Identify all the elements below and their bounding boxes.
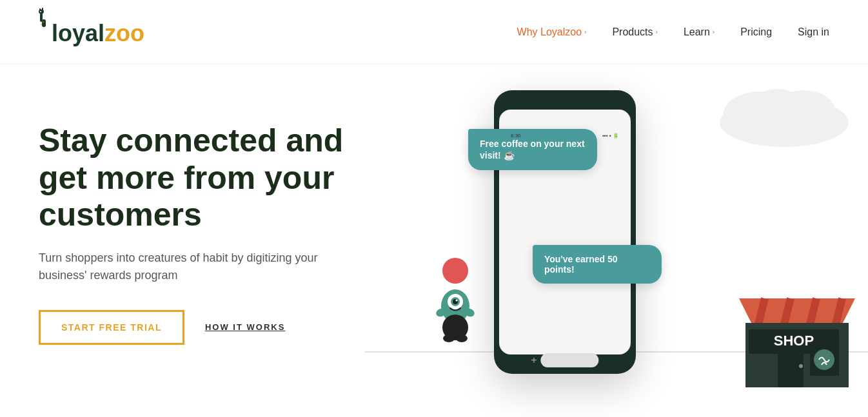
bubble2-text: You've earned 50 points!	[544, 254, 618, 275]
hero-subtitle: Turn shoppers into creatures of habit by…	[39, 249, 348, 284]
hero-section: Stay connected and get more from your cu…	[0, 64, 868, 417]
hero-left-content: Stay connected and get more from your cu…	[39, 103, 400, 345]
phone-mockup: 8:30 ▪▪▪ ▪ 🔋 +	[494, 90, 636, 380]
svg-point-38	[799, 364, 803, 368]
svg-point-11	[749, 89, 807, 130]
phone-home-indicator	[541, 353, 599, 367]
svg-point-5	[40, 11, 41, 12]
phone-plus-icon: +	[531, 354, 537, 366]
phone-time: 8:30	[511, 133, 521, 139]
chevron-icon: ›	[656, 28, 658, 35]
hero-actions: START FREE TRIAL HOW IT WORKS	[39, 310, 400, 345]
bubble1-text: Free coffee on your next visit! ☕	[480, 139, 585, 160]
svg-rect-3	[39, 8, 41, 11]
phone-status-bar: 8:30 ▪▪▪ ▪ 🔋	[511, 133, 619, 139]
how-it-works-button[interactable]: HOW IT WORKS	[205, 322, 285, 332]
nav-item-signin[interactable]: Sign in	[798, 26, 829, 38]
giraffe-icon	[37, 8, 50, 34]
chevron-icon: ›	[713, 28, 715, 35]
svg-point-7	[41, 24, 42, 25]
nav-label-signin: Sign in	[798, 26, 829, 38]
nav-label-pricing: Pricing	[740, 26, 772, 38]
nav-item-pricing[interactable]: Pricing	[740, 26, 772, 38]
svg-point-12	[442, 258, 468, 284]
logo-zoo-text: zoo	[104, 22, 144, 45]
logo[interactable]: loyalzoo	[39, 19, 144, 45]
svg-rect-4	[42, 8, 43, 11]
cloud-illustration	[713, 84, 855, 151]
start-trial-button[interactable]: START FREE TRIAL	[39, 310, 184, 345]
svg-point-19	[443, 335, 455, 342]
hero-illustration: 8:30 ▪▪▪ ▪ 🔋 + Free coffee on your next …	[365, 64, 868, 417]
nav-item-learn[interactable]: Learn ›	[684, 26, 715, 38]
svg-point-20	[456, 335, 468, 342]
nav-label-why: Why Loyalzoo	[517, 26, 582, 38]
nav-item-why-loyalzoo[interactable]: Why Loyalzoo ›	[517, 26, 587, 38]
hero-title: Stay connected and get more from your cu…	[39, 122, 400, 234]
logo-loyal-text: loyal	[52, 22, 104, 45]
nav-label-learn: Learn	[684, 26, 710, 38]
main-nav: Why Loyalzoo › Products › Learn › Pricin…	[517, 26, 829, 38]
chat-bubble-points: You've earned 50 points!	[533, 245, 662, 284]
site-header: loyalzoo Why Loyalzoo › Products › Learn…	[0, 0, 868, 64]
svg-point-17	[456, 300, 458, 302]
svg-text:SHOP: SHOP	[774, 333, 814, 349]
nav-item-products[interactable]: Products ›	[612, 26, 657, 38]
phone-notch	[546, 95, 584, 104]
phone-bottom-bar: +	[531, 353, 598, 367]
chevron-icon: ›	[584, 28, 586, 35]
monster1-illustration	[423, 258, 488, 364]
svg-rect-1	[40, 13, 43, 22]
nav-label-products: Products	[612, 26, 653, 38]
shop-illustration: SHOP	[739, 260, 855, 391]
phone-signal: ▪▪▪ ▪ 🔋	[602, 133, 619, 139]
svg-point-6	[43, 21, 44, 23]
